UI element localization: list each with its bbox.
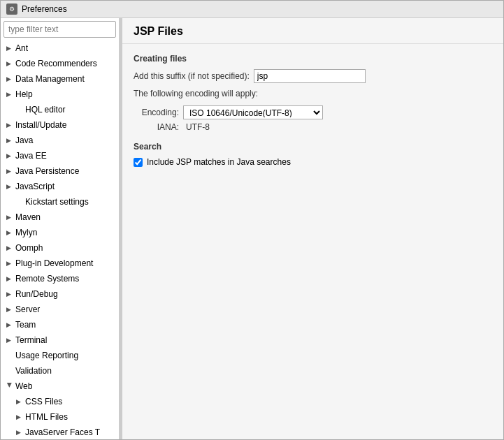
sidebar-item-label-java: Java	[15, 134, 33, 147]
sidebar-item-team[interactable]: ▶ Team	[1, 317, 119, 332]
creating-files-label: Creating files	[134, 54, 492, 64]
sidebar-item-java[interactable]: ▶ Java	[1, 133, 119, 148]
expand-arrow-data-management: ▶	[6, 73, 13, 85]
checkbox-row: Include JSP matches in Java searches	[134, 157, 492, 167]
checkbox-label: Include JSP matches in Java searches	[147, 157, 291, 167]
sidebar-item-validation[interactable]: ▶ Validation	[1, 363, 119, 379]
sidebar-item-label-team: Team	[15, 318, 36, 331]
expand-arrow-help: ▶	[6, 88, 13, 101]
sidebar: ▶ Ant ▶ Code Recommenders ▶ Data Managem…	[1, 18, 120, 439]
expand-arrow-maven: ▶	[6, 211, 13, 223]
expand-arrow-jsf: ▶	[16, 426, 23, 439]
sidebar-item-label-mylyn: Mylyn	[15, 226, 37, 239]
suffix-input[interactable]	[254, 69, 366, 83]
sidebar-item-label-java-persistence: Java Persistence	[15, 165, 79, 177]
expand-arrow-install: ▶	[6, 119, 13, 131]
expand-arrow-java: ▶	[6, 134, 13, 147]
sidebar-item-mylyn[interactable]: ▶ Mylyn	[1, 225, 119, 240]
suffix-row: Add this suffix (if not specified):	[134, 69, 492, 83]
sidebar-item-label-maven: Maven	[15, 211, 41, 223]
sidebar-item-label-ant: Ant	[15, 42, 28, 54]
filter-input[interactable]	[3, 21, 116, 38]
sidebar-item-label-jsf: JavaServer Faces T	[25, 426, 100, 439]
sidebar-item-server[interactable]: ▶ Server	[1, 302, 119, 317]
sidebar-item-html-files[interactable]: ▶ HTML Files	[1, 409, 119, 425]
sidebar-item-label-hql: HQL editor	[25, 103, 66, 116]
expand-arrow-code-recommenders: ▶	[6, 57, 13, 70]
sidebar-item-java-persistence[interactable]: ▶ Java Persistence	[1, 163, 119, 179]
tree-container: ▶ Ant ▶ Code Recommenders ▶ Data Managem…	[1, 41, 119, 439]
iana-label: IANA:	[134, 122, 179, 132]
sidebar-item-data-management[interactable]: ▶ Data Management	[1, 71, 119, 87]
sidebar-item-code-recommenders[interactable]: ▶ Code Recommenders	[1, 56, 119, 71]
sidebar-item-label-oomph: Oomph	[15, 242, 43, 254]
search-label: Search	[134, 142, 492, 152]
expand-arrow-remote-systems: ▶	[6, 272, 13, 285]
sidebar-item-label-web: Web	[15, 380, 32, 393]
encoding-intro: The following encoding will apply:	[134, 89, 492, 98]
sidebar-item-label-install: Install/Update	[15, 119, 66, 131]
expand-arrow-ant: ▶	[6, 42, 13, 54]
expand-arrow-run-debug: ▶	[6, 288, 13, 300]
content-area: ▶ Ant ▶ Code Recommenders ▶ Data Managem…	[1, 18, 503, 439]
sidebar-item-install-update[interactable]: ▶ Install/Update	[1, 117, 119, 133]
expand-arrow-terminal: ▶	[6, 334, 13, 346]
expand-arrow-web: ▶	[3, 383, 16, 390]
sidebar-item-label-run-debug: Run/Debug	[15, 288, 58, 300]
panel-title: JSP Files	[122, 18, 503, 44]
panel-content: Creating files Add this suffix (if not s…	[122, 44, 503, 177]
sidebar-item-run-debug[interactable]: ▶ Run/Debug	[1, 286, 119, 302]
encoding-label: Encoding:	[134, 108, 179, 117]
sidebar-item-label-usage-reporting: Usage Reporting	[15, 349, 78, 362]
expand-arrow-mylyn: ▶	[6, 226, 13, 239]
expand-arrow-css: ▶	[16, 395, 23, 408]
iana-value: UTF-8	[186, 122, 210, 132]
sidebar-item-java-ee[interactable]: ▶ Java EE	[1, 148, 119, 163]
title-bar: ⚙ Preferences	[1, 1, 503, 18]
encoding-row: Encoding: ISO 10646/Unicode(UTF-8)	[134, 105, 492, 119]
expand-arrow-oomph: ▶	[6, 242, 13, 254]
sidebar-item-label-kickstart: Kickstart settings	[25, 196, 89, 208]
sidebar-item-label-server: Server	[15, 303, 40, 316]
sidebar-item-label-javascript: JavaScript	[15, 180, 55, 193]
sidebar-item-css-files[interactable]: ▶ CSS Files	[1, 394, 119, 409]
sidebar-item-ant[interactable]: ▶ Ant	[1, 41, 119, 56]
expand-arrow-team: ▶	[6, 318, 13, 331]
sidebar-item-web[interactable]: ▶ Web	[1, 379, 119, 394]
expand-arrow-html: ▶	[16, 411, 23, 423]
sidebar-item-label-validation: Validation	[15, 365, 52, 377]
iana-row: IANA: UTF-8	[134, 122, 492, 132]
suffix-label: Add this suffix (if not specified):	[134, 71, 250, 81]
preferences-window: ⚙ Preferences ▶ Ant ▶ Code Recommenders	[0, 0, 504, 440]
sidebar-item-usage-reporting[interactable]: ▶ Usage Reporting	[1, 348, 119, 363]
expand-arrow-javascript: ▶	[6, 180, 13, 193]
sidebar-item-label-help: Help	[15, 88, 33, 101]
sidebar-item-remote-systems[interactable]: ▶ Remote Systems	[1, 271, 119, 286]
sidebar-item-label-java-ee: Java EE	[15, 149, 47, 162]
window-title: Preferences	[22, 4, 67, 14]
sidebar-item-help[interactable]: ▶ Help	[1, 87, 119, 102]
main-panel: JSP Files Creating files Add this suffix…	[122, 18, 503, 439]
sidebar-item-terminal[interactable]: ▶ Terminal	[1, 332, 119, 348]
sidebar-item-javascript[interactable]: ▶ JavaScript	[1, 179, 119, 194]
encoding-select[interactable]: ISO 10646/Unicode(UTF-8)	[183, 105, 323, 119]
sidebar-item-hql-editor[interactable]: ▶ HQL editor	[1, 102, 119, 117]
sidebar-item-label-code-recommenders: Code Recommenders	[15, 57, 97, 70]
expand-arrow-java-ee: ▶	[6, 149, 13, 162]
expand-arrow-server: ▶	[6, 303, 13, 316]
sidebar-item-label-plugin-dev: Plug-in Development	[15, 257, 93, 270]
sidebar-item-oomph[interactable]: ▶ Oomph	[1, 240, 119, 256]
expand-arrow-plugin-dev: ▶	[6, 257, 13, 270]
sidebar-item-label-remote-systems: Remote Systems	[15, 272, 79, 285]
sidebar-item-maven[interactable]: ▶ Maven	[1, 210, 119, 225]
sidebar-item-label-data-management: Data Management	[15, 73, 85, 85]
sidebar-item-label-html: HTML Files	[25, 411, 68, 423]
sidebar-item-label-terminal: Terminal	[15, 334, 47, 346]
include-jsp-checkbox[interactable]	[134, 158, 143, 167]
sidebar-item-plugin-dev[interactable]: ▶ Plug-in Development	[1, 256, 119, 271]
expand-arrow-java-persistence: ▶	[6, 165, 13, 177]
sidebar-item-kickstart[interactable]: ▶ Kickstart settings	[1, 194, 119, 210]
sidebar-item-label-css: CSS Files	[25, 395, 62, 408]
window-icon: ⚙	[6, 3, 17, 15]
sidebar-item-jsf[interactable]: ▶ JavaServer Faces T	[1, 425, 119, 439]
